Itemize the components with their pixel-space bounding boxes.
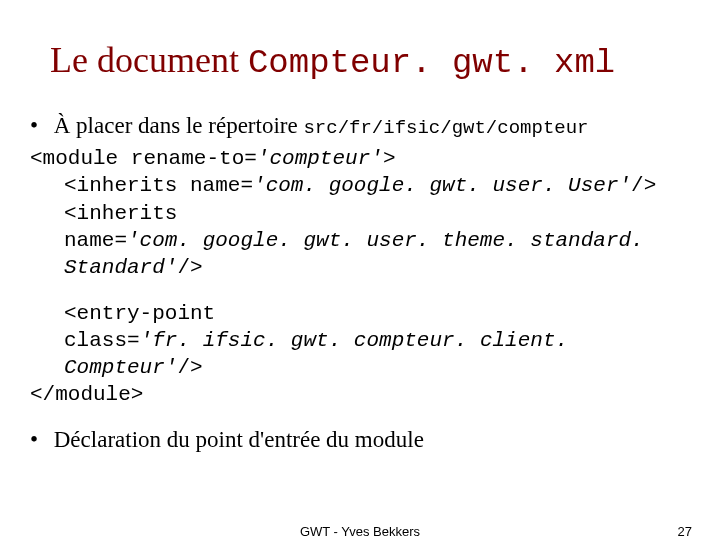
code-l2c: /> xyxy=(631,174,656,197)
slide-title: Le document Compteur. gwt. xml xyxy=(50,40,690,83)
footer-center: GWT - Yves Bekkers xyxy=(0,524,720,539)
code-l4a: name= xyxy=(64,229,127,252)
code-l7: </module> xyxy=(30,383,143,406)
page-number: 27 xyxy=(678,524,692,539)
code-block-1: <module rename-to='compteur'> <inherits … xyxy=(30,145,690,281)
title-text: Le document xyxy=(50,40,248,80)
code-l6c: /> xyxy=(177,356,202,379)
code-l4b: 'com. google. gwt. user. theme. standard… xyxy=(64,229,656,279)
bullet-1-text: À placer dans le répertoire xyxy=(54,113,304,138)
code-l4c: /> xyxy=(177,256,202,279)
code-l5: <entry-point xyxy=(30,300,690,327)
code-l2b: 'com. google. gwt. user. User' xyxy=(253,174,631,197)
code-l6b: 'fr. ifsic. gwt. compteur. client. Compt… xyxy=(64,329,581,379)
bullet-dot-2: • xyxy=(30,427,48,453)
bullet-dot: • xyxy=(30,113,48,139)
bullet-2: • Déclaration du point d'entrée du modul… xyxy=(30,427,690,453)
bullet-1-code: src/fr/ifsic/gwt/compteur xyxy=(303,117,588,139)
code-l1a: <module rename-to= xyxy=(30,147,257,170)
title-code: Compteur. gwt. xml xyxy=(248,44,615,82)
bullet-2-text: Déclaration du point d'entrée du module xyxy=(54,427,424,452)
code-l1b: 'compteur' xyxy=(257,147,383,170)
code-l1c: > xyxy=(383,147,396,170)
code-l2a: <inherits name= xyxy=(64,174,253,197)
code-l6a: class= xyxy=(64,329,140,352)
bullet-1: • À placer dans le répertoire src/fr/ifs… xyxy=(30,113,690,139)
code-l3: <inherits xyxy=(30,200,690,227)
code-block-2: <entry-pointclass='fr. ifsic. gwt. compt… xyxy=(30,300,690,409)
slide: Le document Compteur. gwt. xml • À place… xyxy=(0,0,720,540)
